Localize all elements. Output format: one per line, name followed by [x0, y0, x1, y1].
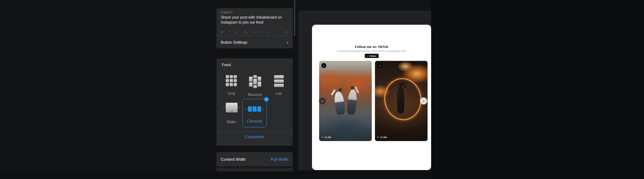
- slider-layout-icon: ‹ ›: [223, 103, 240, 112]
- bold-icon[interactable]: B: [221, 30, 223, 34]
- follow-button-label: Follow: [369, 55, 376, 57]
- layout-option-grid[interactable]: Grid: [220, 75, 243, 96]
- widget-editor: Caption Share your post with #skateboard…: [0, 0, 644, 179]
- chevron-right-icon: ›: [423, 99, 424, 103]
- play-icon: ▷: [322, 136, 323, 139]
- chevron-right-icon: ›: [239, 106, 240, 110]
- video-thumbnail-fire-performer: [375, 61, 428, 141]
- grid-layout-icon: [226, 75, 238, 87]
- caption-section: Caption Share your post with #skateboard…: [216, 8, 293, 48]
- text-style-icon[interactable]: Aa: [243, 30, 247, 34]
- tiktok-logo-icon[interactable]: ♪: [321, 63, 326, 68]
- feed-section: Feed Grid Masonry List: [216, 58, 293, 146]
- layout-option-list[interactable]: List: [267, 75, 290, 96]
- widget-preview-panel: Follow me on TikTok In publishing and gr…: [298, 11, 431, 170]
- customize-link[interactable]: Customize: [216, 135, 293, 139]
- views-overlay: ▷ 19.9M: [322, 136, 331, 139]
- code-icon[interactable]: </>: [284, 30, 289, 34]
- video-thumbnail-dancers: [319, 61, 372, 141]
- masonry-layout-icon: [249, 75, 261, 88]
- selected-check-icon: ✓: [264, 97, 269, 102]
- sidebar-scrollbar[interactable]: [294, 0, 295, 36]
- link-icon[interactable]: ∞: [253, 30, 255, 34]
- next-section-partial: [216, 168, 293, 171]
- content-width-label: Content Width: [221, 157, 246, 161]
- chevron-left-icon: ‹: [223, 106, 224, 110]
- tiktok-note-icon: ♪: [367, 55, 368, 57]
- content-width-value[interactable]: Full Width: [271, 157, 288, 161]
- chevron-left-icon: ‹: [322, 99, 323, 103]
- layout-option-label: Slider: [227, 120, 236, 124]
- slider-dots: [230, 111, 233, 111]
- tiktok-logo-icon[interactable]: ♪: [377, 63, 382, 68]
- views-count: 19.8M: [380, 136, 387, 139]
- button-settings-row[interactable]: Button Settings ›: [216, 36, 293, 48]
- list-layout-icon: [274, 75, 284, 87]
- video-card-1[interactable]: ♪ ▷ 19.9M: [319, 61, 372, 141]
- italic-icon[interactable]: I: [229, 30, 230, 34]
- layout-option-label: Carousel: [243, 119, 267, 123]
- video-card-2[interactable]: ♪ ▷ 19.8M: [375, 61, 428, 141]
- page-background-right: [431, 0, 644, 179]
- carousel-next-button[interactable]: ›: [420, 97, 427, 105]
- views-overlay: ▷ 19.8M: [377, 136, 387, 139]
- caption-label: Caption: [221, 10, 233, 14]
- caption-format-toolbar: B I U Aa ∞ ≡ ≡ … </>: [221, 29, 289, 35]
- widget-preview-card: Follow me on TikTok In publishing and gr…: [312, 25, 431, 170]
- widget-title: Follow me on TikTok: [312, 45, 431, 49]
- divider: [216, 132, 293, 132]
- underline-icon[interactable]: U: [235, 30, 238, 34]
- more-format-icon[interactable]: …: [275, 30, 279, 34]
- follow-button[interactable]: ♪ Follow: [365, 54, 379, 58]
- layout-option-label: Grid: [228, 91, 235, 96]
- chevron-right-icon: ›: [287, 40, 288, 45]
- content-width-row: Content Width Full Width: [216, 152, 293, 166]
- layout-option-label: Masonry: [248, 92, 262, 97]
- views-count: 19.9M: [324, 136, 331, 139]
- layout-option-masonry[interactable]: Masonry: [244, 75, 267, 97]
- bullet-list-icon[interactable]: ≡: [260, 30, 263, 34]
- feed-section-label: Feed: [222, 63, 231, 67]
- chevron-left-icon: ‹: [245, 107, 247, 111]
- layout-option-slider[interactable]: ‹ › Slider: [220, 103, 243, 124]
- play-icon: ▷: [377, 136, 379, 139]
- layout-option-label: List: [276, 91, 282, 96]
- widget-subtitle: In publishing and graphic design, lorem …: [312, 50, 431, 52]
- chevron-right-icon: ›: [263, 107, 264, 111]
- layout-option-carousel-selected[interactable]: ✓ ‹ › Carousel: [242, 99, 267, 127]
- button-settings-label: Button Settings: [221, 40, 248, 44]
- carousel-prev-button[interactable]: ‹: [319, 97, 326, 105]
- page-background-bottom: [0, 171, 431, 179]
- carousel-layout-icon: ‹ ›: [243, 106, 267, 112]
- caption-text-editor[interactable]: Share your post with #skateboard on Inst…: [221, 15, 284, 25]
- numbered-list-icon[interactable]: ≡: [268, 30, 270, 34]
